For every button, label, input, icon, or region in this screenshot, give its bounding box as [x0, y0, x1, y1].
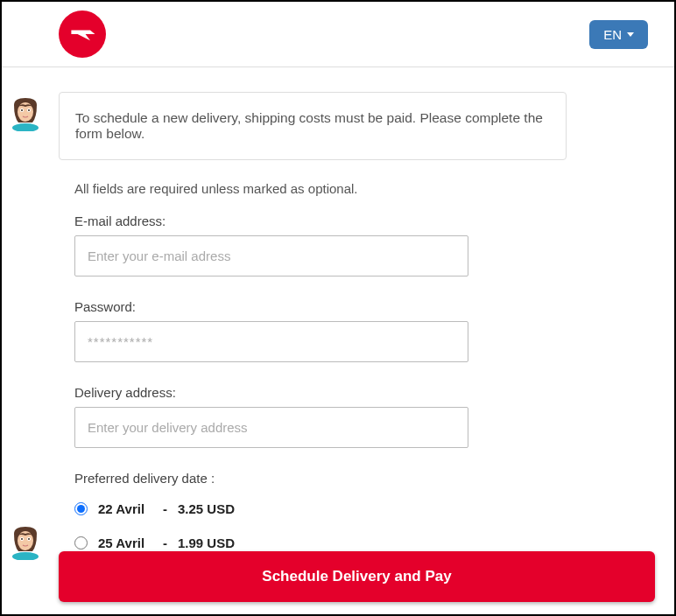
- brand-logo: [59, 10, 106, 58]
- date-option-0-price: 3.25 USD: [178, 501, 235, 516]
- required-note: All fields are required unless marked as…: [74, 181, 454, 196]
- address-input[interactable]: [74, 407, 468, 448]
- info-message: To schedule a new delivery, shipping cos…: [59, 92, 567, 160]
- date-radio-1[interactable]: [74, 536, 88, 550]
- language-selector[interactable]: EN: [589, 20, 648, 49]
- wing-icon: [67, 18, 98, 50]
- date-option-1-date: 25 Avril: [98, 536, 152, 550]
- address-label: Delivery address:: [74, 385, 454, 400]
- language-label: EN: [603, 27, 622, 42]
- main-content: To schedule a new delivery, shipping cos…: [2, 67, 674, 578]
- email-label: E-mail address:: [74, 214, 454, 228]
- date-option-0-date: 22 Avril: [98, 501, 152, 516]
- password-label: Password:: [74, 299, 454, 314]
- date-option-1-price: 1.99 USD: [178, 536, 235, 550]
- schedule-pay-button[interactable]: Schedule Delivery and Pay: [59, 551, 655, 602]
- header: EN: [2, 2, 674, 67]
- password-input[interactable]: [74, 321, 468, 362]
- date-option-1[interactable]: 25 Avril - 1.99 USD: [74, 536, 454, 550]
- separator: -: [163, 501, 167, 516]
- delivery-form: All fields are required unless marked as…: [59, 167, 470, 578]
- separator: -: [163, 536, 167, 550]
- email-input[interactable]: [74, 235, 468, 276]
- date-label: Preferred delivery date :: [74, 471, 454, 486]
- date-radio-0[interactable]: [74, 502, 88, 515]
- date-option-0[interactable]: 22 Avril - 3.25 USD: [74, 501, 454, 516]
- chevron-down-icon: [627, 32, 634, 37]
